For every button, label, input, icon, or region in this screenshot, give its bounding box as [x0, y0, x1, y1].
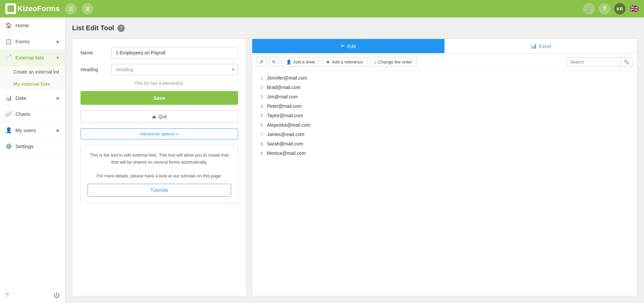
sidebar-item-label: Forms — [15, 39, 30, 44]
list-value: Peter@mail.com — [267, 103, 302, 109]
add-reference-icon: ★ — [326, 59, 330, 64]
undo-button[interactable]: ↺ — [256, 57, 266, 67]
home-icon: 🏠 — [5, 22, 12, 29]
settings-icon: ⚙️ — [5, 143, 12, 149]
element-count: This list has 9 element(s). — [80, 81, 238, 86]
content-area: List Edit Tool ? Name Heading Heading Th — [65, 17, 644, 303]
tab-excel-label: Excel — [539, 43, 551, 49]
excel-icon: 📊 — [531, 43, 537, 49]
list-item[interactable]: 7James@mail.com — [252, 130, 637, 139]
help-button[interactable]: ? — [599, 3, 610, 14]
list-number: 3 — [258, 94, 263, 99]
list-number: 5 — [258, 113, 263, 118]
search-wrapper: 🔍 — [567, 57, 633, 67]
list-item[interactable]: 1Jennifer@mail.com — [252, 73, 637, 83]
info-text-1: This is the tool to edit external lists.… — [88, 152, 231, 166]
right-panel: ✏ Edit 📊 Excel ↺ ↻ 👤 Add a level — [252, 39, 637, 296]
page-header: List Edit Tool ? — [72, 24, 637, 32]
add-reference-button[interactable]: ★ Add a reference — [322, 57, 367, 67]
list-item[interactable]: 4Peter@mail.com — [252, 101, 637, 111]
edit-icon: ✏ — [341, 43, 345, 49]
right-panel-tabs: ✏ Edit 📊 Excel — [252, 39, 637, 53]
info-text-2: For more details, please have a look at … — [88, 173, 231, 180]
sidebar-item-charts[interactable]: 📈 Charts — [0, 106, 65, 122]
search-button[interactable]: 🔍 — [620, 57, 633, 67]
sidebar-help-icon[interactable]: ? — [5, 292, 9, 299]
list-item[interactable]: 2Brad@mail.com — [252, 83, 637, 92]
change-order-button[interactable]: ↕ Change the order — [370, 57, 417, 67]
logo-box-inner — [7, 5, 14, 12]
info-box: This is the tool to edit external lists.… — [80, 145, 238, 204]
tab-edit-label: Edit — [347, 43, 356, 49]
grid-button[interactable]: ⊞ — [82, 3, 93, 14]
heading-label: Heading — [80, 67, 107, 72]
list-value: Jim@mail.com — [267, 94, 298, 99]
tutorials-button[interactable]: Tutorials — [88, 184, 231, 197]
list-value: Sarah@mail.com — [267, 141, 303, 146]
question-icon: ? — [603, 6, 606, 12]
sidebar-item-label: Charts — [15, 111, 30, 117]
sidebar-item-settings[interactable]: ⚙️ Settings — [0, 138, 65, 155]
cart-icon: 🛒 — [586, 6, 592, 12]
hamburger-icon: ☰ — [68, 6, 73, 12]
topbar-left: KizeoForms ☰ ⊞ — [5, 3, 93, 14]
list-number: 7 — [258, 132, 263, 137]
list-item[interactable]: 9Monica@mail.com — [252, 148, 637, 158]
sidebar-item-label: My users — [15, 127, 36, 133]
add-reference-label: Add a reference — [332, 59, 363, 64]
quit-button[interactable]: ⏏ Quit — [80, 110, 238, 123]
user-avatar[interactable]: KR — [614, 3, 626, 14]
tab-edit-button[interactable]: ✏ Edit — [252, 39, 444, 53]
add-level-label: Add a level — [293, 59, 315, 64]
sidebar-sub-item-create[interactable]: Create an external list — [0, 66, 65, 78]
search-icon: 🔍 — [624, 59, 629, 64]
advanced-options-button[interactable]: Advanced options » — [80, 128, 238, 139]
chevron-right-icon: ▶ — [57, 96, 60, 100]
list-number: 1 — [258, 76, 263, 81]
list-value: Brad@mail.com — [267, 85, 301, 90]
list-value: Monica@mail.com — [267, 150, 306, 156]
page-title: List Edit Tool — [72, 24, 114, 32]
sidebar-bottom: ? ⏻ — [0, 288, 65, 303]
add-level-button[interactable]: 👤 Add a level — [282, 57, 319, 67]
list-value: Taylor@mail.com — [267, 113, 303, 118]
name-label: Name — [80, 50, 107, 55]
list-item[interactable]: 6Alejandra@mail.com — [252, 120, 637, 130]
sidebar-item-label: Home — [15, 23, 29, 28]
sidebar-sub-item-my-lists[interactable]: My external lists — [0, 78, 65, 90]
sidebar: 🏠 Home 📋 Forms ▶ 📄 External lists ▼ Crea… — [0, 17, 65, 303]
sidebar-item-home[interactable]: 🏠 Home — [0, 17, 65, 34]
quit-label: Quit — [158, 114, 167, 119]
name-input[interactable] — [111, 47, 238, 58]
cart-button[interactable]: 🛒 — [583, 3, 595, 14]
search-input[interactable] — [567, 57, 620, 67]
chevron-right-icon: ▶ — [57, 128, 60, 133]
charts-icon: 📈 — [5, 111, 12, 117]
sidebar-power-icon[interactable]: ⏻ — [54, 292, 60, 299]
page-help-icon[interactable]: ? — [117, 25, 125, 32]
logo-box — [5, 3, 16, 14]
chevron-down-icon: ▼ — [56, 55, 60, 60]
name-row: Name — [80, 47, 238, 58]
change-order-icon: ↕ — [374, 59, 377, 64]
sidebar-item-my-users[interactable]: 👤 My users ▶ — [0, 122, 65, 138]
sidebar-item-external-lists[interactable]: 📄 External lists ▼ — [0, 50, 65, 66]
list-item[interactable]: 3Jim@mail.com — [252, 92, 637, 101]
sidebar-item-data[interactable]: 📊 Data ▶ — [0, 90, 65, 106]
list-item[interactable]: 5Taylor@mail.com — [252, 111, 637, 120]
list-number: 8 — [258, 141, 263, 146]
list-item[interactable]: 8Sarah@mail.com — [252, 139, 637, 148]
heading-row: Heading Heading — [80, 64, 238, 75]
hamburger-button[interactable]: ☰ — [65, 3, 76, 14]
language-flag[interactable]: 🇬🇧 — [630, 4, 639, 13]
two-col-layout: Name Heading Heading This list has 9 ele… — [72, 39, 637, 296]
quit-icon: ⏏ — [152, 114, 156, 119]
tab-excel-button[interactable]: 📊 Excel — [444, 39, 637, 53]
redo-button[interactable]: ↻ — [269, 57, 279, 67]
list-value: Alejandra@mail.com — [267, 122, 310, 128]
save-button[interactable]: Save — [80, 91, 238, 105]
sidebar-item-forms[interactable]: 📋 Forms ▶ — [0, 34, 65, 50]
logo: KizeoForms — [5, 3, 60, 14]
heading-select[interactable]: Heading — [111, 64, 238, 75]
list-number: 4 — [258, 104, 263, 109]
